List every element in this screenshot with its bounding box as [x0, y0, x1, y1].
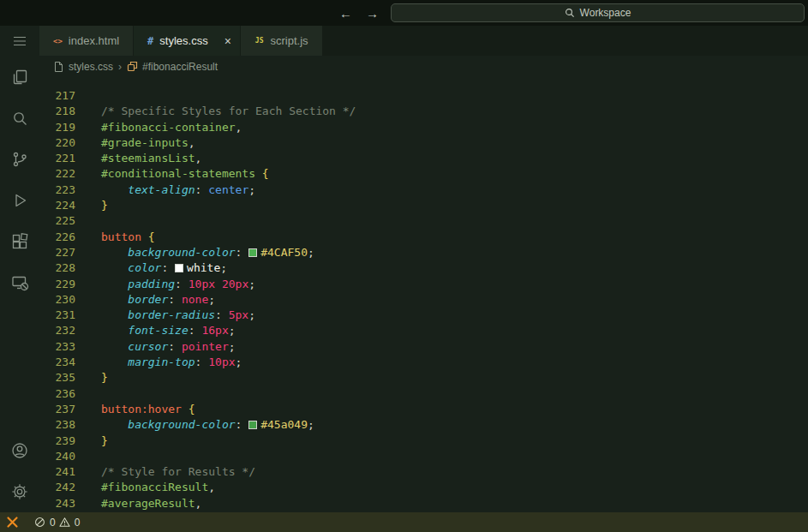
line-number: 221 [39, 151, 75, 166]
code-line[interactable]: 230 border: none; [39, 292, 808, 308]
line-number: 227 [39, 245, 75, 260]
code-line[interactable]: 239} [39, 433, 808, 449]
code-token [215, 278, 222, 290]
titlebar: ← → Workspace [0, 0, 808, 26]
forward-button[interactable]: → [366, 7, 379, 20]
breadcrumb-symbol[interactable]: #fibonacciResult [127, 61, 218, 73]
code-line[interactable]: 231 border-radius: 5px; [39, 308, 808, 323]
code-line[interactable]: 240 [39, 449, 808, 464]
code-token [101, 183, 128, 196]
code-token: none [182, 293, 208, 306]
code-line[interactable]: 243#averageResult, [39, 496, 808, 511]
code-line[interactable]: 224} [39, 198, 808, 213]
editor[interactable]: 217218/* Specific Styles for Each Sectio… [39, 77, 808, 512]
code-line[interactable]: 228 color: white; [39, 260, 808, 276]
code-token [255, 167, 262, 180]
back-button[interactable]: ← [339, 7, 352, 20]
line-number: 239 [39, 433, 75, 449]
breadcrumb-file[interactable]: styles.css [53, 61, 113, 73]
account-icon[interactable] [0, 430, 39, 471]
js-file-icon: JS [254, 36, 265, 45]
code-line[interactable]: 238 background-color: #45a049; [39, 417, 808, 433]
code-line[interactable]: 222#conditional-statements { [39, 166, 808, 182]
line-number: 236 [39, 386, 75, 402]
code-token: ; [229, 324, 236, 337]
settings-gear-icon[interactable] [0, 471, 39, 512]
menu-icon[interactable] [0, 26, 39, 57]
code-line[interactable]: 226button { [39, 230, 808, 245]
code-line[interactable]: 229 padding: 10px 20px; [39, 277, 808, 292]
code-token: 10px [189, 278, 215, 290]
run-debug-icon[interactable] [0, 180, 39, 221]
code-token: center [208, 183, 248, 196]
code-line[interactable]: 237button:hover { [39, 402, 808, 417]
code-line[interactable]: 232 font-size: 16px; [39, 323, 808, 338]
code-token: ; [208, 293, 215, 306]
search-sidebar-icon[interactable] [0, 98, 39, 139]
code-token: #conditional-statements [101, 167, 255, 180]
code-token: ; [229, 340, 236, 353]
line-number: 241 [39, 464, 75, 480]
color-swatch[interactable] [248, 421, 257, 429]
code-line[interactable]: 235} [39, 370, 808, 386]
code-line[interactable]: 236 [39, 386, 808, 402]
tab-index-html[interactable]: <> index.html [39, 26, 133, 56]
code-line[interactable]: 217 [39, 88, 808, 104]
code-line[interactable]: 233 cursor: pointer; [39, 339, 808, 355]
code-line[interactable]: 225 [39, 213, 808, 229]
status-bar: 0 0 [0, 512, 808, 532]
breadcrumb: styles.css › #fibonacciResult [39, 56, 808, 77]
line-number: 231 [39, 308, 75, 323]
code-token [101, 308, 128, 321]
code-token: #steemiansList [101, 152, 195, 164]
code-token: ; [248, 278, 255, 290]
tab-label: index.html [69, 34, 119, 47]
line-number: 242 [39, 480, 75, 495]
code-line[interactable]: 234 margin-top: 10px; [39, 355, 808, 370]
code-line[interactable]: 241/* Style for Results */ [39, 464, 808, 480]
code-line[interactable]: 221#steemiansList, [39, 151, 808, 166]
remote-explorer-icon[interactable] [0, 262, 39, 303]
warning-count: 0 [75, 517, 81, 529]
extensions-icon[interactable] [0, 221, 39, 262]
code-token: { [148, 230, 155, 243]
color-swatch[interactable] [248, 248, 257, 257]
code-token: #45a049 [260, 418, 308, 431]
code-token: white [187, 261, 220, 274]
code-token: #averageResult [101, 497, 195, 510]
code-token: border [128, 293, 168, 306]
code-token: : [168, 293, 182, 306]
line-number: 220 [39, 135, 75, 151]
tab-script-js[interactable]: JS script.js [241, 26, 322, 56]
code-token [101, 278, 128, 290]
workspace-label: Workspace [580, 7, 631, 19]
close-icon[interactable]: × [224, 35, 231, 47]
code-line[interactable]: 223 text-align: center; [39, 182, 808, 198]
chevron-right-icon: › [118, 61, 122, 73]
code-token: : [215, 308, 229, 321]
code-line[interactable]: 220#grade-inputs, [39, 135, 808, 151]
line-number: 235 [39, 370, 75, 386]
vscode-window: ← → Workspace [0, 0, 808, 532]
line-number: 224 [39, 198, 75, 213]
workspace-search-box[interactable]: Workspace [391, 3, 805, 22]
code-token: ; [308, 418, 314, 431]
tab-label: script.js [271, 34, 308, 47]
code-line[interactable]: 219#fibonacci-container, [39, 120, 808, 135]
explorer-icon[interactable] [0, 57, 39, 98]
code-token: button [101, 230, 141, 243]
code-token [101, 324, 128, 337]
tab-styles-css[interactable]: # styles.css × [134, 26, 240, 56]
code-token: font-size [128, 324, 188, 337]
problems-indicator[interactable]: 0 0 [31, 517, 83, 529]
source-control-icon[interactable] [0, 139, 39, 180]
color-swatch[interactable] [175, 264, 183, 272]
code-line[interactable]: 218/* Specific Styles for Each Section *… [39, 104, 808, 119]
code-token: background-color [128, 246, 235, 259]
code-line[interactable]: 227 background-color: #4CAF50; [39, 245, 808, 260]
remote-indicator-icon[interactable] [6, 516, 19, 529]
line-number: 228 [39, 260, 75, 276]
code-line[interactable]: 242#fibonacciResult, [39, 480, 808, 495]
code-token: ; [236, 356, 242, 368]
line-number: 223 [39, 182, 75, 198]
